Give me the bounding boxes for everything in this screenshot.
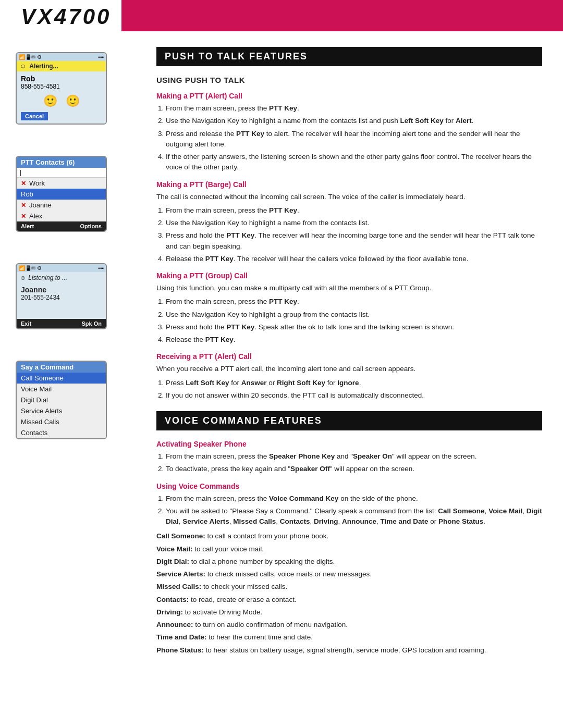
contact-joanne: Joanne [29,201,52,209]
ptt-group-step-3: Press and hold the PTT Key. Speak after … [166,322,542,332]
ptt-barge-step-2: Use the Navigation Key to highlight a na… [166,218,542,228]
listen-text: Listening to ... [28,274,67,281]
ptt-group-step-4: Release the PTT Key. [166,335,542,345]
screen1-alert-row: ☺ Alerting... [17,61,106,71]
signal-icon: 📶📳✉ ⚙ [19,54,42,60]
header-bar [121,0,563,31]
contact-alex: Alex [29,212,42,220]
screen1-cancel-button[interactable]: Cancel [21,112,48,120]
ptt-barge-intro: The call is connected without the incomi… [156,192,542,202]
main-content: 📶📳✉ ⚙ ▪▪▪ ☺ Alerting... Rob 858-555-4581… [0,31,563,673]
voice-commands-step-1: From the main screen, press the Voice Co… [166,493,542,504]
screen3-status-bar: 📶📳✉ ⚙ ▪▪▪ [17,264,106,272]
ptt-group-intro: Using this function, you can make a mult… [156,283,542,293]
def-missed-calls: Missed Calls: to check your missed calls… [156,582,542,592]
contact-rob: Rob [21,190,33,198]
ptt-group-step-1: From the main screen, press the PTT Key. [166,297,542,307]
content-column: PUSH TO TALK FEATURES USING PUSH TO TALK… [146,47,563,658]
screen2-item-work[interactable]: ✕ Work [17,178,106,189]
ptt-group-link[interactable]: Making a PTT (Group) Call [156,272,542,280]
ptt-barge-step-3: Press and hold the PTT Key. The receiver… [166,230,542,252]
screen2-footer: Alert Options [17,221,106,231]
battery-icon: ▪▪▪ [98,54,104,60]
ptt-barge-step-4: Release the PTT Key. The receiver will h… [166,254,542,264]
screen4-item-contacts[interactable]: Contacts [17,427,106,438]
screen3-listen-row: ☺ Listening to ... [17,272,106,283]
screen4-item-call-someone[interactable]: Call Someone [17,373,106,384]
screen2-item-rob[interactable]: Rob [17,189,106,200]
listen-icon: ☺ [20,274,26,281]
screen2-item-joanne[interactable]: ✕ Joanne [17,200,106,211]
speaker-phone-steps: From the main screen, press the Speaker … [166,451,542,475]
ptt-receive-step-1: Press Left Soft Key for Answer or Right … [166,378,542,388]
screen2-header: PTT Contacts (6) [17,157,106,168]
screen2-footer-options[interactable]: Options [80,223,102,229]
screen1-body: Rob 858-555-4581 🙂 🙂 Cancel [17,71,106,124]
def-driving: Driving: to activate Driving Mode. [156,607,542,618]
contact-work: Work [29,179,45,187]
voice-commands-step-2: You will be asked to "Please Say a Comma… [166,506,542,527]
screen3-battery-icon: ▪▪▪ [98,265,104,271]
screen4-header: Say a Command [17,362,106,373]
alert-face-icon: ☺ [20,63,26,70]
smiley-face-1: 🙂 [43,94,57,108]
page-header: VX4700 [0,0,563,31]
def-service-alerts: Service Alerts: to check missed calls, v… [156,569,542,579]
ptt-receive-step-2: If you do not answer within 20 seconds, … [166,390,542,401]
ptt-receive-link[interactable]: Receiving a PTT (Alert) Call [156,352,542,361]
ptt-alert-step-4: If the other party answers, the listenin… [166,152,542,173]
screen4-item-missed-calls[interactable]: Missed Calls [17,416,106,427]
screen2-search[interactable]: | [17,168,106,178]
screen-say-command: Say a Command Call Someone Voice Mail Di… [16,361,107,439]
product-title: VX4700 [0,0,111,31]
ptt-barge-steps: From the main screen, press the PTT Key.… [166,205,542,264]
ptt-alert-steps: From the main screen, press the PTT Key.… [166,103,542,173]
screen3-name: Joanne [21,286,102,294]
screen2-item-alex[interactable]: ✕ Alex [17,211,106,221]
section2-header: VOICE COMMAND FEATURES [156,411,542,430]
def-phone-status: Phone Status: to hear status on battery … [156,645,542,656]
alert-text: Alerting... [29,63,58,70]
ptt-alert-step-2: Use the Navigation Key to highlight a na… [166,116,542,126]
screen2-footer-alert[interactable]: Alert [21,223,34,229]
def-contacts: Contacts: to read, create or erase a con… [156,595,542,605]
def-digit-dial: Digit Dial: to dial a phone number by sp… [156,557,542,567]
screen3-footer: Exit Spk On [17,319,106,328]
screen-alerting: 📶📳✉ ⚙ ▪▪▪ ☺ Alerting... Rob 858-555-4581… [16,52,107,125]
screen4-item-service-alerts[interactable]: Service Alerts [17,405,106,416]
ptt-barge-step-1: From the main screen, press the PTT Key. [166,205,542,216]
ptt-group-step-2: Use the Navigation Key to highlight a gr… [166,310,542,320]
screen3-body: Joanne 201-555-2434 [17,283,106,319]
screen4-item-voice-mail[interactable]: Voice Mail [17,384,106,394]
screen1-status-bar: 📶📳✉ ⚙ ▪▪▪ [17,53,106,61]
speaker-phone-step-2: To deactivate, press the key again and "… [166,464,542,474]
ptt-alert-link[interactable]: Making a PTT (Alert) Call [156,92,542,100]
smiley-face-2: 🙂 [66,94,80,108]
screen4-item-digit-dial[interactable]: Digit Dial [17,394,106,405]
screen3-number: 201-555-2434 [21,294,102,301]
search-cursor: | [20,169,21,176]
voice-commands-steps: From the main screen, press the Voice Co… [166,493,542,527]
screen3-spkon-button[interactable]: Spk On [81,320,102,327]
def-time-date: Time and Date: to hear the current time … [156,632,542,643]
section1-header: PUSH TO TALK FEATURES [156,47,542,66]
ptt-alert-step-1: From the main screen, press the PTT Key. [166,103,542,114]
def-voice-mail: Voice Mail: to call your voice mail. [156,544,542,554]
screen3-exit-button[interactable]: Exit [21,320,31,327]
x-icon-alex: ✕ [21,213,26,220]
x-icon-work: ✕ [21,180,26,187]
def-call-someone: Call Someone: to call a contact from you… [156,531,542,541]
speaker-phone-step-1: From the main screen, press the Speaker … [166,451,542,462]
ptt-alert-step-3: Press and release the PTT Key to alert. … [166,129,542,150]
ptt-receive-steps: Press Left Soft Key for Answer or Right … [166,378,542,401]
subsection-using-ptt: USING PUSH TO TALK [156,76,542,84]
ptt-group-steps: From the main screen, press the PTT Key.… [166,297,542,345]
voice-commands-link[interactable]: Using Voice Commands [156,482,542,490]
screen-listening: 📶📳✉ ⚙ ▪▪▪ ☺ Listening to ... Joanne 201-… [16,263,107,329]
def-announce: Announce: to turn on audio confirmation … [156,620,542,630]
screen1-number: 858-555-4581 [21,83,102,90]
x-icon-joanne: ✕ [21,202,26,209]
speaker-phone-link[interactable]: Activating Speaker Phone [156,440,542,448]
screen-ptt-contacts: PTT Contacts (6) | ✕ Work Rob ✕ Joanne ✕… [16,156,107,232]
ptt-barge-link[interactable]: Making a PTT (Barge) Call [156,180,542,189]
